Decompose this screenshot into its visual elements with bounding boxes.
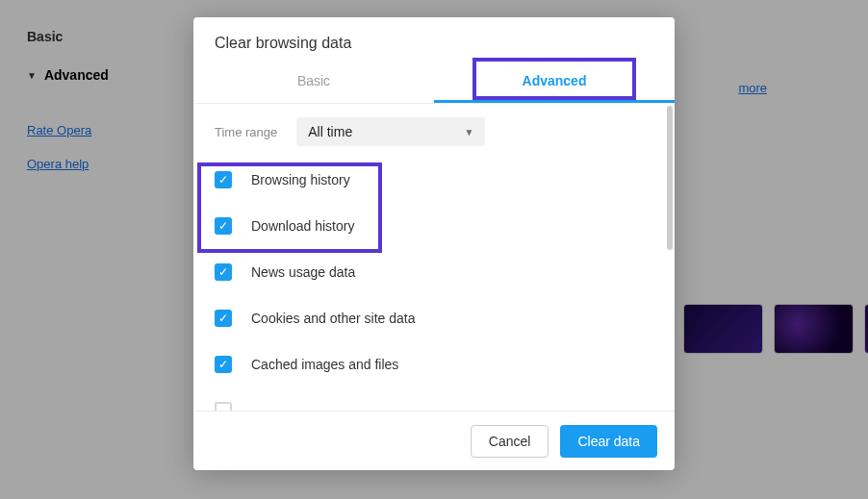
checkbox-row[interactable] xyxy=(215,402,653,411)
dialog-body: Time range All time ▼ ✓ Browsing history… xyxy=(193,103,675,411)
cancel-button[interactable]: Cancel xyxy=(471,425,549,458)
checkbox-row[interactable]: ✓ Download history xyxy=(215,217,653,235)
time-range-label: Time range xyxy=(215,125,277,139)
checkbox-row[interactable]: ✓ Cookies and other site data xyxy=(215,310,653,327)
checkbox-checked-icon[interactable]: ✓ xyxy=(215,263,232,281)
checkbox-label: Cached images and files xyxy=(251,357,398,372)
checkbox-row[interactable]: ✓ Browsing history xyxy=(215,171,653,188)
checkbox-row[interactable]: ✓ Cached images and files xyxy=(215,356,653,373)
clear-data-button[interactable]: Clear data xyxy=(560,425,657,458)
dialog-title: Clear browsing data xyxy=(215,35,653,52)
time-range-value: All time xyxy=(308,124,352,139)
checkbox-label: Browsing history xyxy=(251,172,350,187)
checkbox-label: Download history xyxy=(251,218,354,234)
chevron-down-icon: ▼ xyxy=(464,127,473,137)
checkbox-label: News usage data xyxy=(251,264,355,280)
checkbox-unchecked-icon[interactable] xyxy=(215,402,232,411)
tab-basic[interactable]: Basic xyxy=(193,63,434,103)
modal-overlay: Clear browsing data Basic Advanced Time … xyxy=(0,0,868,499)
checkbox-checked-icon[interactable]: ✓ xyxy=(215,356,232,373)
scrollbar[interactable] xyxy=(667,106,673,250)
checkbox-checked-icon[interactable]: ✓ xyxy=(215,217,232,235)
checkbox-row[interactable]: ✓ News usage data xyxy=(215,263,653,281)
time-range-select[interactable]: All time ▼ xyxy=(296,117,485,146)
checkbox-checked-icon[interactable]: ✓ xyxy=(215,171,232,188)
dialog-tabs: Basic Advanced xyxy=(193,63,675,103)
clear-browsing-data-dialog: Clear browsing data Basic Advanced Time … xyxy=(193,17,675,470)
checkbox-checked-icon[interactable]: ✓ xyxy=(215,310,232,327)
tab-advanced[interactable]: Advanced xyxy=(434,63,675,103)
checkbox-label: Cookies and other site data xyxy=(251,311,415,326)
